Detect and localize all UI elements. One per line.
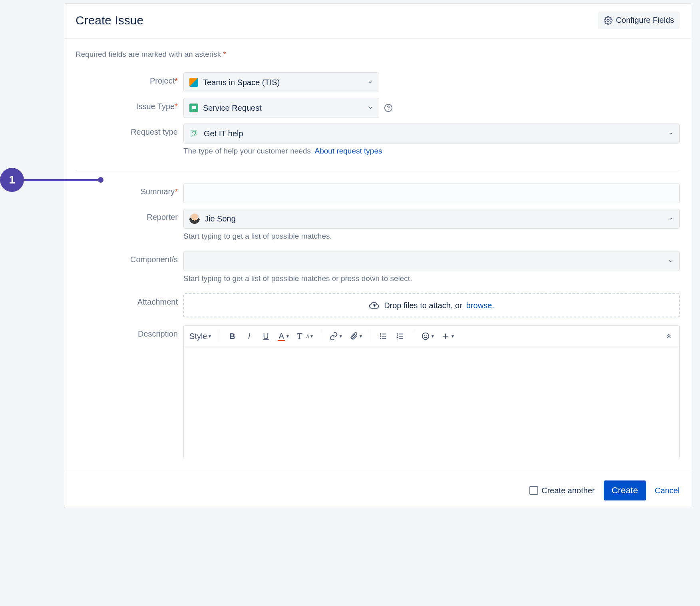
svg-point-0 — [607, 19, 610, 22]
browse-link[interactable]: browse. — [466, 301, 494, 310]
request-type-label: Request type — [76, 124, 183, 137]
components-help: Start typing to get a list of possible m… — [183, 274, 680, 283]
issue-type-value: Service Request — [203, 104, 262, 113]
dialog-footer: Create another Create Cancel — [64, 473, 691, 508]
issue-type-label-text: Issue Type — [136, 102, 175, 111]
attachment-dropzone[interactable]: Drop files to attach, or browse. — [183, 293, 680, 317]
plus-icon — [441, 332, 450, 341]
request-type-value: Get IT help — [204, 129, 243, 138]
summary-label-text: Summary — [141, 187, 175, 196]
section-divider — [76, 171, 680, 171]
create-button[interactable]: Create — [604, 480, 646, 500]
chevron-down-icon — [668, 258, 674, 264]
reporter-select[interactable]: Jie Song — [183, 209, 680, 229]
issue-type-select[interactable]: Service Request — [183, 98, 379, 118]
chevron-down-icon — [668, 131, 674, 136]
chevron-down-icon — [668, 216, 674, 221]
reporter-label: Reporter — [76, 209, 183, 222]
collapse-toolbar-button[interactable] — [661, 327, 677, 345]
svg-point-9 — [380, 338, 381, 339]
chevron-down-icon — [368, 80, 373, 85]
svg-point-13 — [422, 333, 429, 340]
style-dropdown[interactable]: Style▾ — [186, 327, 214, 345]
create-another-checkbox[interactable]: Create another — [529, 486, 595, 495]
underline-button[interactable]: U — [258, 327, 274, 345]
chevron-down-icon: ▾ — [286, 333, 289, 339]
description-editor: Style▾ B I U A▾ A▾ — [183, 325, 680, 459]
bullet-list-icon — [379, 332, 388, 341]
reporter-help: Start typing to get a list of possible m… — [183, 232, 680, 241]
bullet-list-button[interactable] — [375, 327, 391, 345]
editor-toolbar: Style▾ B I U A▾ A▾ — [184, 326, 679, 347]
chevron-down-icon: ▾ — [360, 333, 362, 339]
formatting-icon — [296, 332, 305, 341]
checkbox-icon — [529, 486, 538, 495]
link-button[interactable]: ▾ — [326, 327, 345, 345]
asterisk-icon: * — [175, 76, 178, 85]
svg-point-7 — [380, 334, 381, 335]
dialog-title: Create Issue — [76, 14, 143, 27]
chevron-down-icon: ▾ — [340, 333, 342, 339]
required-note: Required fields are marked with an aster… — [76, 50, 680, 59]
asterisk-icon: * — [175, 187, 178, 196]
project-label: Project* — [76, 72, 183, 86]
emoji-button[interactable]: ▾ — [418, 327, 437, 345]
browse-label: browse — [466, 301, 492, 310]
attachment-button[interactable]: ▾ — [346, 327, 365, 345]
configure-fields-label: Configure Fields — [616, 16, 674, 25]
attachment-label: Attachment — [76, 293, 183, 307]
svg-point-2 — [388, 110, 389, 110]
chevron-down-icon — [368, 105, 373, 111]
more-formatting-button[interactable]: A▾ — [293, 327, 316, 345]
project-select[interactable]: Teams in Space (TIS) — [183, 72, 379, 92]
configure-fields-button[interactable]: Configure Fields — [598, 12, 680, 29]
link-icon — [329, 332, 338, 341]
issue-type-help-icon[interactable] — [384, 104, 393, 112]
bold-button[interactable]: B — [224, 327, 240, 345]
paperclip-icon — [349, 332, 358, 341]
request-type-help-text: The type of help your customer needs. — [183, 147, 314, 155]
components-select[interactable] — [183, 251, 680, 271]
service-request-icon — [189, 104, 198, 112]
insert-more-button[interactable]: ▾ — [438, 327, 457, 345]
dropzone-text: Drop files to attach, or — [384, 301, 462, 310]
create-another-label: Create another — [541, 486, 595, 495]
reporter-avatar — [189, 213, 200, 224]
reporter-value: Jie Song — [205, 214, 236, 223]
description-textarea[interactable] — [184, 347, 679, 459]
dialog-body: Required fields are marked with an aster… — [64, 39, 691, 473]
components-label: Component/s — [76, 251, 183, 264]
callout-line — [24, 179, 98, 181]
toolbar-separator — [219, 330, 219, 342]
toolbar-separator — [370, 330, 370, 342]
project-avatar-icon — [189, 78, 198, 87]
project-label-text: Project — [150, 76, 175, 85]
style-label: Style — [189, 332, 207, 341]
svg-point-14 — [424, 335, 425, 336]
numbered-list-button[interactable] — [392, 327, 408, 345]
dialog-header: Create Issue Configure Fields — [64, 4, 691, 39]
chevron-down-icon: ▾ — [432, 333, 434, 339]
callout-dot — [98, 177, 103, 183]
description-label: Description — [76, 325, 183, 339]
text-color-button[interactable]: A▾ — [274, 327, 292, 345]
chevron-down-icon: ▾ — [451, 333, 454, 339]
asterisk-icon: * — [223, 50, 226, 58]
about-request-types-link[interactable]: About request types — [314, 147, 382, 155]
callout-annotation: 1 — [0, 168, 103, 192]
request-type-select[interactable]: Get IT help — [183, 124, 680, 144]
svg-point-15 — [427, 335, 427, 336]
italic-button[interactable]: I — [241, 327, 257, 345]
chevron-down-icon: ▾ — [310, 333, 313, 339]
chevron-down-icon: ▾ — [209, 333, 211, 339]
svg-point-8 — [380, 336, 381, 337]
svg-point-3 — [194, 136, 195, 136]
callout-number: 1 — [0, 168, 24, 192]
cancel-link[interactable]: Cancel — [655, 486, 680, 495]
summary-input[interactable] — [183, 183, 680, 203]
toolbar-separator — [413, 330, 413, 342]
request-type-help: The type of help your customer needs. Ab… — [183, 147, 680, 155]
double-chevron-up-icon — [665, 333, 672, 340]
create-issue-dialog: Create Issue Configure Fields Required f… — [64, 3, 691, 508]
cloud-upload-icon — [369, 300, 380, 311]
